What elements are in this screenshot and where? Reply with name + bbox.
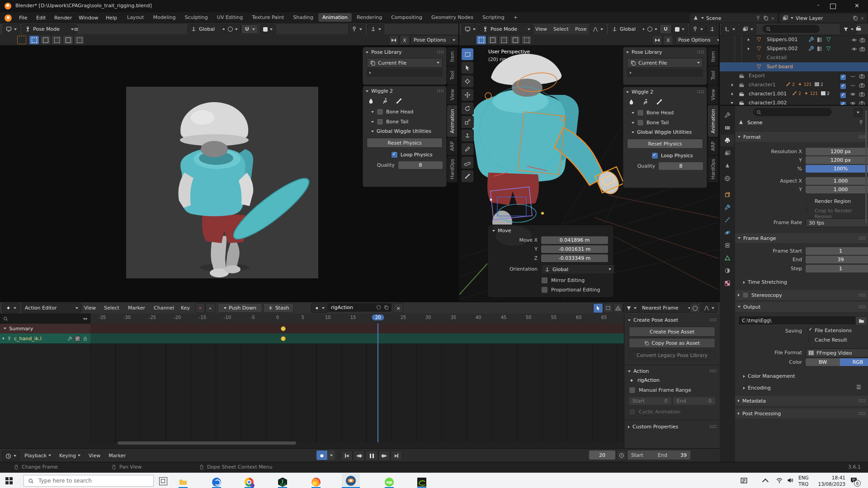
- current-frame-field[interactable]: 20: [589, 450, 615, 460]
- taskbar-blender-active[interactable]: [342, 474, 360, 488]
- wiggle-title[interactable]: Wiggle 2: [632, 89, 653, 95]
- show-hidden-button[interactable]: [603, 303, 613, 313]
- frame-rate-dropdown[interactable]: 30 fps: [806, 218, 868, 227]
- outliner-row-selected[interactable]: ▽ Surf board: [720, 62, 868, 71]
- tab-sculpting[interactable]: Sculpting: [180, 13, 212, 22]
- use-preview-range-button[interactable]: [617, 450, 627, 460]
- mode-selector[interactable]: Pose Mode: [22, 24, 77, 34]
- outliner-row[interactable]: ▽ Slippers.002 ▽: [720, 44, 868, 53]
- previous-keyframe-button[interactable]: ◀: [353, 450, 365, 461]
- horizontal-scrollbar[interactable]: [118, 441, 296, 445]
- sidebar-tab-hardops[interactable]: HardOps: [708, 155, 718, 183]
- taskbar-upwork[interactable]: up: [383, 476, 395, 488]
- properties-tab-particles[interactable]: [721, 214, 734, 226]
- loop-physics-checkbox[interactable]: [391, 151, 398, 158]
- action-name-field[interactable]: rigAction: [328, 303, 392, 312]
- clear-button[interactable]: X: [663, 35, 673, 45]
- time-stretching-panel[interactable]: Time Stretching: [748, 279, 787, 285]
- properties-tab-render[interactable]: [721, 122, 734, 134]
- panel-grip[interactable]: [859, 399, 865, 403]
- tray-widgets-icon[interactable]: [740, 477, 748, 484]
- pose-list-row[interactable]: [367, 69, 443, 77]
- menu-help[interactable]: Help: [102, 13, 121, 22]
- tool-measure[interactable]: [461, 156, 474, 169]
- menu-window[interactable]: Window: [75, 13, 102, 22]
- unlink-action-button[interactable]: ×: [393, 303, 403, 313]
- timeline-ruler[interactable]: -35 -30 -25 -20 -15 -10 -5 0 5 10 15 20 …: [90, 314, 624, 324]
- sidebar-action-name[interactable]: rigAction: [637, 377, 660, 383]
- move-y-field[interactable]: -0.001631 m: [541, 245, 608, 253]
- clear-button[interactable]: X: [400, 35, 410, 45]
- menu-pose[interactable]: Pose: [571, 24, 590, 33]
- view-layer-selector[interactable]: View Layer ×: [779, 13, 868, 23]
- keyframe[interactable]: [281, 336, 286, 341]
- tool-transform[interactable]: [461, 129, 474, 142]
- jump-to-end-button[interactable]: ▶: [391, 450, 402, 461]
- loop-physics-checkbox[interactable]: [651, 152, 658, 159]
- tool-cursor[interactable]: [461, 75, 474, 88]
- snap-button[interactable]: [241, 24, 258, 34]
- hide-viewport-icon[interactable]: [851, 46, 857, 52]
- file-format-dropdown[interactable]: FFmpeg Video: [806, 348, 868, 357]
- menu-select[interactable]: Select: [100, 303, 123, 312]
- format-panel-title[interactable]: Format: [743, 134, 761, 140]
- bone-icon[interactable]: [396, 98, 402, 104]
- tab-animation[interactable]: Animation: [318, 13, 352, 22]
- wiggle-title[interactable]: Wiggle 2: [371, 88, 393, 94]
- menu-view[interactable]: View: [85, 451, 104, 460]
- pin-icon[interactable]: [755, 15, 761, 21]
- manual-frame-range-checkbox[interactable]: [629, 387, 636, 394]
- stereoscopy-checkbox[interactable]: [742, 292, 749, 298]
- tab-modeling[interactable]: Modeling: [149, 13, 179, 22]
- auto-keying-button[interactable]: ●: [316, 450, 327, 460]
- taskbar-firefox[interactable]: [310, 476, 322, 488]
- tray-clock[interactable]: 18:41 13/08/2023: [813, 474, 845, 487]
- resolution-x-field[interactable]: 1200 px: [806, 148, 868, 155]
- display-mode-button[interactable]: [739, 24, 756, 34]
- color-management-panel[interactable]: Color Management: [748, 373, 795, 379]
- collection-checkbox[interactable]: [840, 92, 846, 99]
- select-mode-invert[interactable]: [63, 35, 73, 45]
- auto-keying-dropdown[interactable]: [328, 450, 335, 460]
- tab-geometry-nodes[interactable]: Geometry Nodes: [427, 13, 477, 22]
- editor-mode-dropdown[interactable]: Action Editor: [22, 303, 81, 313]
- copy-icon[interactable]: [384, 305, 389, 310]
- outliner-row[interactable]: character1 2 121 2: [720, 80, 868, 89]
- tray-hidden-icons-chevron[interactable]: [762, 479, 769, 485]
- expand-search-icon[interactable]: ↔: [83, 316, 87, 322]
- bone-icon[interactable]: [656, 99, 663, 105]
- move-z-field[interactable]: -0.033349 m: [541, 254, 608, 262]
- frame-end-field[interactable]: 39: [806, 256, 868, 263]
- pose-library-title[interactable]: Pose Library: [632, 49, 662, 55]
- hide-viewport-icon[interactable]: [850, 73, 856, 79]
- x-mirror-button[interactable]: [389, 35, 399, 45]
- outliner-row[interactable]: Export: [720, 71, 868, 80]
- taskbar-search[interactable]: [24, 475, 154, 487]
- tray-notifications-icon[interactable]: 6: [850, 476, 858, 484]
- custom-properties-panel-title[interactable]: Custom Properties: [632, 424, 678, 430]
- taskbar-file-explorer[interactable]: [177, 476, 189, 488]
- new-view-layer-icon[interactable]: [853, 15, 858, 21]
- frame-end-field[interactable]: End39: [654, 450, 690, 460]
- tab-texture-paint[interactable]: Texture Paint: [248, 13, 288, 22]
- encoding-presets-icon[interactable]: ☰: [856, 384, 861, 390]
- gizmos-button[interactable]: [367, 24, 384, 34]
- filter-button[interactable]: [840, 24, 857, 34]
- disable-render-icon[interactable]: [859, 82, 865, 88]
- create-pose-asset-button[interactable]: Create Pose Asset: [629, 327, 715, 337]
- panel-grip[interactable]: [697, 50, 704, 54]
- unlink-scene-icon[interactable]: ×: [771, 15, 775, 21]
- properties-tab-data[interactable]: [721, 252, 734, 264]
- object-visibility-button[interactable]: [689, 24, 706, 34]
- taskbar-app-hexagon[interactable]: [277, 476, 288, 488]
- tool-annotate[interactable]: [461, 143, 474, 155]
- outliner-row[interactable]: ▽ Cocktail: [720, 53, 868, 62]
- mirror-editing-checkbox[interactable]: [541, 277, 548, 284]
- select-mode-extend[interactable]: [487, 35, 498, 45]
- panel-grip[interactable]: [709, 318, 716, 322]
- transform-orientation[interactable]: Global: [609, 24, 648, 34]
- pose-options-dropdown[interactable]: Pose Options: [675, 35, 720, 45]
- keyframe[interactable]: [281, 326, 286, 331]
- only-selected-button[interactable]: [593, 303, 603, 313]
- x-mirror-button[interactable]: [652, 35, 662, 45]
